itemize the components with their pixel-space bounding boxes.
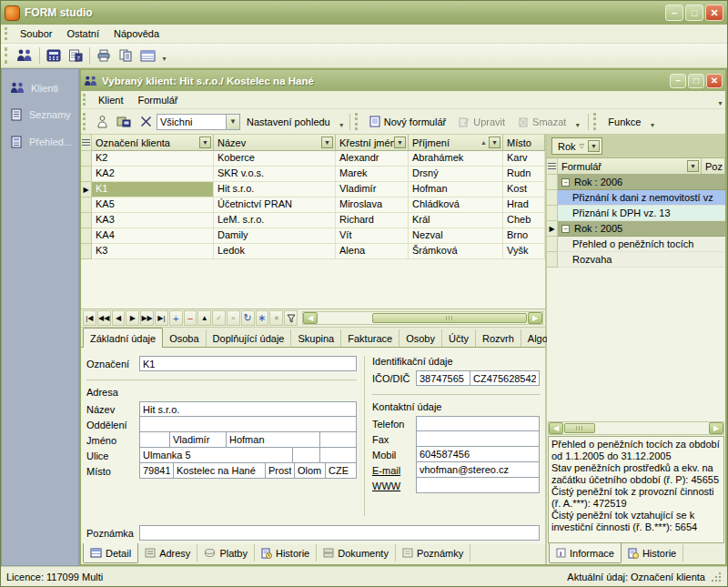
collapse-icon[interactable]: − — [561, 225, 570, 233]
grid-corner-button[interactable] — [81, 135, 92, 151]
edit-button[interactable]: Upravit — [452, 112, 511, 132]
chevron-down-icon[interactable]: ▼ — [687, 160, 699, 172]
titul2-field[interactable] — [320, 432, 357, 448]
sidebar-item-seznamy[interactable]: Seznamy — [2, 108, 78, 121]
nav-delete-button[interactable]: − — [184, 310, 197, 326]
chevron-down-icon[interactable]: ▼ — [394, 137, 406, 148]
cell[interactable]: Alena — [336, 244, 409, 259]
cell[interactable]: Vladimír — [336, 182, 409, 197]
selected-cell[interactable]: K1 — [92, 182, 214, 197]
horizontal-scrollbar[interactable]: ◀ ▶ — [302, 311, 543, 325]
telefon-field[interactable] — [416, 416, 540, 431]
cell[interactable]: Účetnictví PRAN — [214, 197, 336, 213]
tab-osoba[interactable]: Osoba — [163, 329, 206, 347]
column-header-prijmeni[interactable]: Příjmení▲▼ — [409, 135, 503, 151]
nav-cancel-button[interactable]: × — [227, 310, 240, 326]
cislo-orientacni-field[interactable] — [320, 448, 357, 463]
scroll-right-icon[interactable]: ▶ — [709, 422, 723, 434]
scroll-right-icon[interactable]: ▶ — [528, 312, 542, 324]
oddeleni-field[interactable] — [139, 417, 357, 432]
cell[interactable]: Cheb — [503, 213, 545, 228]
cell[interactable]: Drsný — [409, 167, 503, 182]
cell[interactable]: Vyšk — [503, 244, 545, 259]
menubar-grip[interactable] — [83, 94, 87, 106]
prijmeni-field[interactable] — [227, 432, 320, 448]
form-row[interactable]: Přehled o peněžních tocích — [558, 237, 725, 252]
minimize-button[interactable]: – — [665, 5, 683, 21]
menu-formular[interactable]: Formulář — [131, 93, 186, 107]
menu-klient[interactable]: Klient — [91, 93, 131, 107]
child-close-button[interactable]: ✕ — [706, 74, 723, 88]
column-header-oznaceni[interactable]: Označení klienta▼ — [92, 135, 214, 151]
cell[interactable]: SKR v.o.s. — [214, 167, 336, 182]
column-header-krestni[interactable]: Křestní jméno▼ — [336, 135, 409, 151]
delete-button[interactable]: Smazat — [511, 112, 572, 132]
form-row-selected[interactable]: Přiznání k dani z nemovitostí vz — [558, 190, 725, 206]
child-minimize-button[interactable]: – — [670, 74, 686, 88]
cislo-popisne-field[interactable] — [293, 448, 320, 463]
view-settings-button[interactable]: Nastavení pohledu — [240, 112, 337, 132]
cell[interactable]: KA4 — [92, 228, 214, 244]
stat-field[interactable] — [326, 463, 357, 479]
tab-detail[interactable]: Detail — [83, 543, 138, 563]
cell[interactable]: Rudn — [503, 167, 545, 182]
new-form-button[interactable]: Nový formulář — [363, 112, 452, 132]
cell[interactable]: Nezval — [409, 228, 503, 244]
toolbar-grip[interactable] — [593, 113, 598, 130]
nav-bookmark-button[interactable]: ∗ — [256, 310, 269, 326]
nav-insert-button[interactable]: + — [169, 310, 183, 326]
cell[interactable]: Šrámková — [409, 244, 503, 259]
mobil-field[interactable] — [416, 447, 540, 462]
group-row-2005[interactable]: − Rok : 2005 — [558, 221, 725, 237]
cell[interactable]: Hit s.r.o. — [214, 182, 336, 197]
toolbar-grip[interactable] — [83, 113, 87, 130]
titul-field[interactable] — [139, 432, 170, 448]
group-overflow-chevron[interactable]: ▾ — [572, 113, 582, 131]
nav-refresh-button[interactable]: ↻ — [241, 310, 255, 326]
nav-first-button[interactable]: |◀ — [83, 310, 96, 326]
cell[interactable]: KA5 — [92, 197, 214, 213]
column-header-poznamka[interactable]: Poz — [702, 158, 725, 175]
tab-osoby[interactable]: Osoby — [399, 329, 442, 347]
grid-corner-button[interactable] — [547, 158, 558, 175]
cell[interactable]: Damily — [214, 228, 336, 244]
tab-poznamky[interactable]: Poznámky — [396, 544, 470, 562]
tab-fakturace[interactable]: Fakturace — [341, 329, 399, 347]
www-field[interactable] — [416, 478, 540, 493]
nazev-field[interactable] — [139, 401, 357, 417]
nav-prior-page-button[interactable]: ◀◀ — [97, 310, 111, 326]
www-link-label[interactable]: WWW — [372, 480, 416, 491]
menu-ostatni[interactable]: Ostatní — [59, 26, 106, 41]
cell[interactable]: LeM. s.r.o. — [214, 213, 336, 228]
tab-skupina[interactable]: Skupina — [291, 329, 341, 347]
toolbar-overflow-chevron[interactable]: ▾ — [159, 46, 169, 65]
remove-filter-button[interactable] — [135, 112, 157, 132]
column-header-misto[interactable]: Místo — [503, 135, 545, 151]
fax-field[interactable] — [416, 431, 540, 447]
cell[interactable]: Kost — [503, 182, 545, 197]
print-button[interactable] — [93, 46, 115, 66]
group-overflow-chevron[interactable]: ▾ — [647, 113, 657, 131]
chevron-down-icon[interactable]: ▼ — [588, 140, 600, 152]
cell[interactable]: KA2 — [92, 167, 214, 182]
filter-combobox[interactable]: Všichni ▼ — [157, 114, 240, 130]
tab-adresy[interactable]: Adresy — [138, 544, 197, 562]
cell[interactable]: Abrahámek — [409, 151, 503, 167]
cell[interactable]: Brno — [503, 228, 545, 244]
kraj-field[interactable] — [295, 463, 326, 479]
chevron-down-icon[interactable]: ▼ — [321, 137, 333, 148]
email-link-label[interactable]: E-mail — [372, 464, 416, 476]
form-row[interactable]: Rozvaha — [558, 252, 725, 268]
nav-next-button[interactable]: ▶ — [126, 310, 139, 326]
cell[interactable]: Král — [409, 213, 503, 228]
cell[interactable]: Ledok — [214, 244, 336, 259]
person-view-button[interactable] — [91, 112, 113, 132]
tab-platby[interactable]: Platby — [197, 544, 255, 562]
sidebar-item-prehled[interactable]: Přehled... — [2, 136, 78, 148]
poznamka-field[interactable] — [139, 525, 540, 541]
nav-goto-bookmark-button[interactable]: ∗ — [269, 310, 283, 326]
toolbar-grip[interactable] — [5, 47, 9, 64]
cell[interactable]: Marek — [336, 167, 409, 182]
group-overflow-chevron[interactable]: ▾ — [337, 113, 347, 131]
tab-dokumenty[interactable]: Dokumenty — [317, 544, 396, 562]
